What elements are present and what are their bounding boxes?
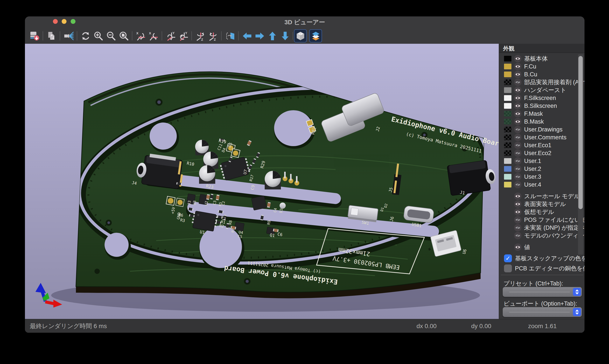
visibility-eye-toggle[interactable] (514, 102, 521, 110)
rotate-x-counterclockwise-button[interactable] (147, 29, 160, 42)
layer-color-swatch[interactable] (504, 64, 511, 69)
zoom-window-button[interactable] (71, 19, 76, 24)
rotate-y-counterclockwise-button[interactable] (177, 29, 189, 42)
visibility-eye-toggle[interactable] (514, 63, 521, 70)
layer-color-swatch[interactable] (504, 150, 511, 156)
visibility-eye-toggle[interactable] (514, 149, 521, 157)
layer-color-swatch[interactable] (504, 111, 511, 117)
pan-down-button[interactable] (279, 29, 291, 42)
3d-viewport-canvas[interactable]: + (25, 44, 499, 319)
visibility-eye-toggle[interactable] (514, 193, 521, 200)
close-window-button[interactable] (53, 19, 58, 24)
viewport-dropdown[interactable] (503, 307, 582, 317)
layer-color-swatch[interactable] (504, 134, 511, 140)
layer-color-swatch[interactable] (504, 127, 511, 132)
layer-color-swatch[interactable] (504, 87, 511, 93)
layer-row[interactable]: モデルのバウンディング (499, 232, 584, 240)
render-raytracing-button[interactable] (62, 29, 75, 42)
layer-row[interactable]: User.Eco1 (499, 141, 584, 149)
layer-color-swatch[interactable] (504, 56, 511, 62)
layer-color-swatch[interactable] (504, 166, 511, 172)
dropdown-stepper-icon[interactable] (573, 288, 581, 296)
visibility-eye-toggle[interactable] (514, 86, 521, 94)
layer-color-swatch[interactable] (504, 182, 511, 187)
layer-row[interactable]: User.Drawings (499, 126, 584, 133)
layer-color-swatch[interactable] (504, 158, 511, 164)
layer-row[interactable]: User.2 (499, 165, 584, 173)
title-bar[interactable]: 3D ビューアー (25, 16, 584, 28)
visibility-eye-toggle[interactable] (514, 224, 521, 232)
checkbox-row[interactable]: ✓ PCB エディターの銅色を使用 (499, 263, 584, 273)
zoom-in-button[interactable] (92, 29, 104, 42)
layer-row[interactable]: ハンダペースト (499, 86, 584, 94)
layer-row[interactable]: User.Eco2 (499, 149, 584, 157)
layer-row[interactable]: 部品実装用接着剤 (Adh (499, 78, 584, 86)
panel-scrollbar-thumb[interactable] (578, 56, 583, 209)
layer-label: モデルのバウンディング (524, 232, 584, 240)
pan-left-button[interactable] (241, 29, 253, 42)
checkbox[interactable]: ✓ (504, 264, 512, 272)
pan-up-button[interactable] (266, 29, 279, 42)
layer-row[interactable]: B.Cu (499, 70, 584, 78)
visibility-eye-toggle[interactable] (514, 200, 521, 208)
layer-color-swatch[interactable] (504, 79, 511, 85)
visibility-eye-toggle[interactable] (514, 94, 521, 102)
visibility-eye-toggle[interactable] (514, 208, 521, 216)
visibility-eye-toggle[interactable] (514, 165, 521, 173)
flip-board-button[interactable] (224, 29, 236, 42)
layer-row[interactable]: User.Comments (499, 133, 584, 141)
layer-color-swatch[interactable] (504, 72, 511, 77)
layer-row[interactable]: 基板本体 (499, 55, 584, 63)
visibility-eye-toggle[interactable] (514, 173, 521, 181)
layer-color-swatch[interactable] (504, 143, 511, 148)
visibility-eye-toggle[interactable] (514, 216, 521, 223)
layer-row[interactable]: 未実装 (DNP) が指定され (499, 224, 584, 232)
layer-row[interactable]: 値 (499, 243, 584, 251)
layer-row[interactable]: User.3 (499, 173, 584, 181)
layer-row[interactable]: B.Silkscreen (499, 102, 584, 110)
zoom-out-button[interactable] (104, 29, 117, 42)
dropdown-stepper-icon[interactable] (573, 308, 581, 316)
layer-row[interactable]: POS ファイルにないモデ (499, 216, 584, 224)
visibility-eye-toggle[interactable] (514, 232, 521, 239)
visibility-eye-toggle[interactable] (514, 142, 521, 149)
visibility-eye-toggle[interactable] (514, 157, 521, 165)
layer-row[interactable]: 仮想モデル (499, 208, 584, 216)
orthographic-projection-toggle[interactable] (294, 29, 307, 42)
show-layers-toggle[interactable] (309, 29, 322, 42)
checkbox[interactable]: ✓ (504, 254, 512, 262)
checkbox-row[interactable]: ✓ 基板スタックアップの色を使用 (499, 253, 584, 263)
layer-row[interactable]: B.Mask (499, 118, 584, 126)
layer-row[interactable]: User.4 (499, 181, 584, 189)
zoom-to-fit-button[interactable] (117, 29, 130, 42)
layer-row[interactable]: スルーホール モデル (499, 192, 584, 200)
visibility-eye-toggle[interactable] (514, 126, 521, 133)
layer-color-swatch[interactable] (504, 95, 511, 101)
copy-image-button[interactable] (45, 29, 58, 42)
rotate-z-clockwise-button[interactable] (194, 29, 207, 42)
layer-row[interactable]: F.Silkscreen (499, 94, 584, 102)
preset-dropdown[interactable] (503, 287, 582, 297)
visibility-eye-toggle[interactable] (514, 244, 521, 251)
rotate-y-clockwise-button[interactable] (164, 29, 177, 42)
visibility-eye-toggle[interactable] (514, 181, 521, 188)
layer-color-swatch[interactable] (504, 103, 511, 109)
minimize-window-button[interactable] (62, 19, 66, 24)
rotate-z-counterclockwise-button[interactable] (207, 29, 219, 42)
visibility-eye-toggle[interactable] (514, 134, 521, 141)
export-board-image-button[interactable] (28, 29, 41, 42)
layer-color-swatch[interactable] (504, 174, 511, 180)
layer-row[interactable]: User.1 (499, 157, 584, 165)
layer-row[interactable]: F.Mask (499, 110, 584, 118)
rotate-x-clockwise-button[interactable] (134, 29, 147, 42)
visibility-eye-toggle[interactable] (514, 55, 521, 62)
layer-row[interactable]: 表面実装モデル (499, 200, 584, 208)
visibility-eye-toggle[interactable] (514, 71, 521, 78)
visibility-eye-toggle[interactable] (514, 78, 521, 86)
visibility-eye-toggle[interactable] (514, 110, 521, 117)
layer-row[interactable]: F.Cu (499, 63, 584, 70)
refresh-view-button[interactable] (79, 29, 92, 42)
pan-right-button[interactable] (253, 29, 266, 42)
visibility-eye-toggle[interactable] (514, 118, 521, 125)
layer-color-swatch[interactable] (504, 119, 511, 124)
